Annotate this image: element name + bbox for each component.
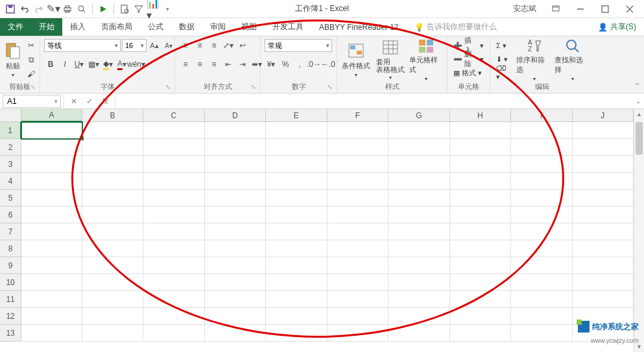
- enter-formula-icon[interactable]: ✓: [82, 95, 97, 107]
- cell[interactable]: [21, 139, 82, 156]
- row-header[interactable]: 5: [0, 190, 21, 207]
- cell[interactable]: [511, 308, 572, 325]
- cell[interactable]: [82, 156, 143, 173]
- row-header[interactable]: 9: [0, 257, 21, 274]
- cell[interactable]: [205, 156, 266, 173]
- cell[interactable]: [205, 257, 266, 274]
- cell[interactable]: [143, 325, 204, 342]
- cell[interactable]: [143, 173, 204, 190]
- cell[interactable]: [328, 122, 388, 139]
- cell[interactable]: [511, 190, 572, 207]
- cell[interactable]: [511, 223, 572, 240]
- paste-button[interactable]: 粘贴 ▾: [4, 39, 22, 81]
- cell[interactable]: [450, 291, 511, 308]
- cell[interactable]: [388, 274, 449, 291]
- cell[interactable]: [573, 240, 634, 257]
- cell[interactable]: [388, 325, 449, 342]
- currency-icon[interactable]: ¥▾: [265, 58, 278, 71]
- cell[interactable]: [328, 257, 388, 274]
- cell[interactable]: [573, 207, 634, 223]
- cell[interactable]: [573, 274, 634, 291]
- cell[interactable]: [205, 325, 266, 342]
- format-cells-button[interactable]: ▦格式▾: [451, 66, 484, 79]
- row-header[interactable]: 13: [0, 325, 21, 342]
- cell[interactable]: [21, 173, 82, 190]
- cell[interactable]: [450, 274, 511, 291]
- cell[interactable]: [328, 291, 388, 308]
- close-icon[interactable]: [618, 1, 641, 17]
- cell[interactable]: [328, 156, 388, 173]
- cell[interactable]: [450, 257, 511, 274]
- cell[interactable]: [388, 156, 449, 173]
- align-dialog-icon[interactable]: ⤡: [250, 84, 257, 92]
- font-color-icon[interactable]: A▾: [115, 58, 128, 71]
- tab-view[interactable]: 视图: [233, 18, 265, 36]
- cell[interactable]: [511, 122, 572, 139]
- fill-icon[interactable]: ⬇ ▾: [494, 53, 514, 66]
- find-select-button[interactable]: 查找和选择▾: [555, 39, 590, 81]
- cell[interactable]: [328, 274, 388, 291]
- tab-review[interactable]: 审阅: [202, 18, 233, 36]
- phonetic-icon[interactable]: wén▾: [130, 58, 143, 71]
- cell[interactable]: [388, 190, 449, 207]
- cell[interactable]: [21, 291, 82, 308]
- align-center-icon[interactable]: ≡: [193, 58, 206, 71]
- row-header[interactable]: 7: [0, 223, 21, 240]
- tab-dev[interactable]: 开发工具: [265, 18, 311, 36]
- cell[interactable]: [143, 240, 204, 257]
- orientation-icon[interactable]: ⤢▾: [222, 39, 235, 52]
- cell[interactable]: [205, 308, 266, 325]
- user-name[interactable]: 安志斌: [513, 3, 536, 14]
- row-header[interactable]: 6: [0, 207, 21, 223]
- collapse-ribbon-icon[interactable]: ⌃: [634, 82, 640, 90]
- conditional-format-button[interactable]: 条件格式▾: [341, 39, 371, 81]
- number-format-combo[interactable]: 常规: [265, 39, 332, 52]
- cell[interactable]: [388, 122, 449, 139]
- cell[interactable]: [511, 274, 572, 291]
- cut-icon[interactable]: ✂: [25, 39, 38, 52]
- cell[interactable]: [21, 240, 82, 257]
- cell[interactable]: [573, 223, 634, 240]
- cell[interactable]: [266, 156, 327, 173]
- font-dialog-icon[interactable]: ⤡: [164, 84, 172, 92]
- qat-print-icon[interactable]: [62, 4, 73, 14]
- cell[interactable]: [450, 190, 511, 207]
- cell[interactable]: [450, 156, 511, 173]
- tab-file[interactable]: 文件: [0, 18, 31, 36]
- cell[interactable]: [450, 223, 511, 240]
- cell[interactable]: [205, 190, 266, 207]
- cell[interactable]: [388, 308, 449, 325]
- align-middle-icon[interactable]: ≡: [193, 39, 206, 52]
- cell[interactable]: [511, 325, 572, 342]
- increase-font-icon[interactable]: A▴: [148, 39, 161, 52]
- clear-icon[interactable]: ⌫ ▾: [494, 66, 514, 79]
- increase-decimal-icon[interactable]: .0→: [307, 58, 320, 71]
- cell[interactable]: [328, 240, 388, 257]
- row-header[interactable]: 3: [0, 156, 21, 173]
- number-dialog-icon[interactable]: ⤡: [326, 84, 334, 92]
- align-bottom-icon[interactable]: ≡: [208, 39, 221, 52]
- font-name-combo[interactable]: 等线: [44, 39, 121, 52]
- align-right-icon[interactable]: ≡: [208, 58, 221, 71]
- row-header[interactable]: 8: [0, 240, 21, 257]
- column-header[interactable]: B: [82, 109, 143, 122]
- cell[interactable]: [450, 325, 511, 342]
- cell[interactable]: [205, 274, 266, 291]
- cell[interactable]: [143, 257, 204, 274]
- row-header[interactable]: 4: [0, 173, 21, 190]
- cell[interactable]: [328, 207, 388, 223]
- ribbon-options-icon[interactable]: [544, 1, 567, 17]
- format-painter-icon[interactable]: 🖌: [25, 68, 38, 81]
- cell[interactable]: [266, 257, 327, 274]
- cell[interactable]: [511, 257, 572, 274]
- row-header[interactable]: 10: [0, 274, 21, 291]
- undo-icon[interactable]: [19, 4, 30, 14]
- cell[interactable]: [328, 190, 388, 207]
- minimize-icon[interactable]: [569, 1, 592, 17]
- cell[interactable]: [205, 139, 266, 156]
- column-header[interactable]: D: [205, 109, 266, 122]
- cell[interactable]: [450, 173, 511, 190]
- cell[interactable]: [388, 291, 449, 308]
- column-header[interactable]: J: [573, 109, 634, 122]
- cell[interactable]: [82, 223, 143, 240]
